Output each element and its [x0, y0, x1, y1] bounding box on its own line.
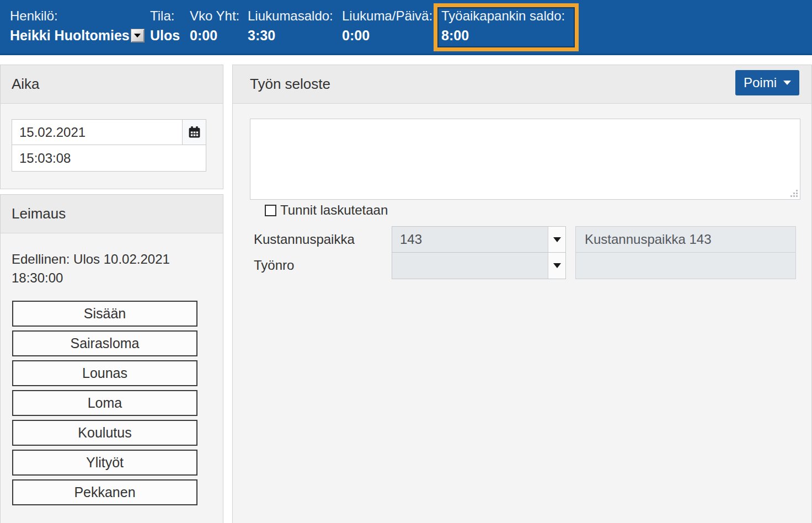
- time-input[interactable]: [12, 145, 206, 172]
- tyonro-dropdown-button[interactable]: [548, 253, 565, 279]
- status-field-person: Henkilö: Heikki Huoltomies: [10, 7, 145, 44]
- kustannuspaikka-display-field: Kustannuspaikka 143: [575, 226, 796, 253]
- calendar-icon: [188, 125, 201, 139]
- billable-checkbox-row: Tunnit laskutetaan: [265, 202, 388, 218]
- aika-panel-header: Aika: [1, 65, 223, 104]
- calendar-button[interactable]: [182, 119, 206, 145]
- aika-panel-title: Aika: [12, 76, 40, 93]
- leimaus-panel-header: Leimaus: [1, 195, 223, 233]
- aika-panel: Aika: [0, 65, 223, 189]
- leimaus-panel: Leimaus Edellinen: Ulos 10.02.2021 18:30…: [0, 194, 223, 523]
- chevron-down-icon: [553, 237, 561, 242]
- stamp-button-pekkanen[interactable]: Pekkanen: [12, 479, 197, 505]
- liukumasaldo-value: 3:30: [248, 26, 333, 44]
- stamp-button-koulutus[interactable]: Koulutus: [12, 420, 197, 446]
- liukumasaldo-label: Liukumasaldo:: [248, 7, 333, 25]
- status-field-liukumasaldo: Liukumasaldo: 3:30: [248, 7, 333, 44]
- person-value-row: Heikki Huoltomies: [10, 26, 145, 44]
- kustannuspaikka-dropdown-button[interactable]: [548, 227, 565, 252]
- person-dropdown-button[interactable]: [131, 29, 145, 42]
- kustannuspaikka-label: Kustannuspaikka: [254, 226, 355, 253]
- tyonro-dropdown-value: [392, 253, 548, 279]
- stamp-button-loma[interactable]: Loma: [12, 390, 197, 416]
- tyon-seloste-panel: Työn seloste Poimi Tunnit laskutetaan Ku…: [232, 65, 812, 523]
- vko-yht-label: Vko Yht:: [190, 7, 239, 25]
- liukuma-paiva-value: 0:00: [342, 26, 432, 44]
- person-name: Heikki Huoltomies: [10, 26, 130, 44]
- work-description-textarea[interactable]: [250, 119, 800, 200]
- tyon-seloste-title: Työn seloste: [250, 76, 330, 93]
- poimi-button[interactable]: Poimi: [735, 70, 799, 95]
- stamp-button-lounas[interactable]: Lounas: [12, 360, 197, 386]
- poimi-button-label: Poimi: [744, 75, 777, 90]
- liukuma-paiva-label: Liukuma/Päivä:: [342, 7, 432, 25]
- tyon-seloste-panel-header: Työn seloste Poimi: [233, 65, 811, 104]
- work-description-wrapper: [250, 119, 800, 200]
- billable-checkbox-label: Tunnit laskutetaan: [280, 202, 388, 218]
- highlight-annotation-box: [434, 3, 579, 51]
- stamp-button-sairasloma[interactable]: Sairasloma: [12, 330, 197, 356]
- chevron-down-icon: [134, 34, 141, 38]
- status-field-tila: Tila: Ulos: [150, 7, 180, 44]
- person-label: Henkilö:: [10, 7, 145, 25]
- caret-down-icon: [783, 81, 791, 85]
- tyonro-dropdown[interactable]: [392, 252, 566, 279]
- leimaus-panel-title: Leimaus: [12, 205, 66, 222]
- stamp-button-ylityot[interactable]: Ylityöt: [12, 450, 197, 476]
- chevron-down-icon: [553, 263, 561, 268]
- resize-handle-icon[interactable]: [796, 195, 798, 197]
- kustannuspaikka-dropdown-value: 143: [392, 227, 548, 252]
- tyonro-label: Työnro: [254, 252, 294, 279]
- date-input[interactable]: [12, 119, 183, 145]
- stamp-buttons-group: Sisään Sairasloma Lounas Loma Koulutus Y…: [12, 301, 197, 505]
- top-status-bar: Henkilö: Heikki Huoltomies Tila: Ulos Vk…: [0, 0, 812, 55]
- kustannuspaikka-dropdown[interactable]: 143: [392, 226, 566, 253]
- status-field-liukuma-paiva: Liukuma/Päivä: 0:00: [342, 7, 432, 44]
- billable-checkbox[interactable]: [265, 205, 276, 216]
- vko-yht-value: 0:00: [190, 26, 239, 44]
- date-input-group: [12, 119, 206, 145]
- tila-label: Tila:: [150, 7, 180, 25]
- status-field-vko-yht: Vko Yht: 0:00: [190, 7, 239, 44]
- tyonro-display-field: [575, 252, 796, 279]
- tila-value: Ulos: [150, 26, 180, 44]
- previous-stamp-text: Edellinen: Ulos 10.02.2021 18:30:00: [12, 250, 206, 287]
- stamp-button-sisaan[interactable]: Sisään: [12, 301, 197, 327]
